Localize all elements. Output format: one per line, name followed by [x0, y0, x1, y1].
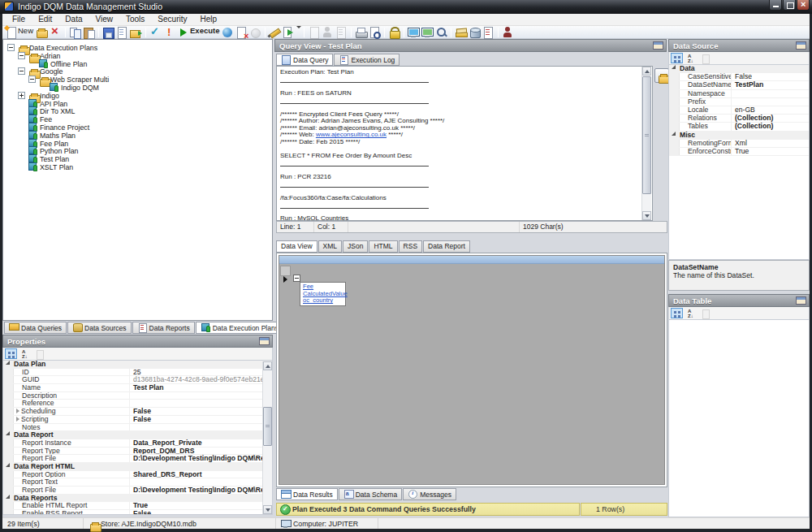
categorize-button[interactable] — [671, 308, 683, 318]
property-value[interactable]: Test Plan — [129, 384, 272, 391]
tree-item-data-execution-plans[interactable]: Data Execution Plans — [3, 43, 272, 51]
property-value[interactable] — [731, 98, 809, 106]
property-value[interactable] — [129, 400, 272, 407]
tree-item-xslt-plan[interactable]: XSLT Plan — [3, 162, 272, 171]
tree-item-fee[interactable]: Fee — [3, 115, 272, 123]
property-value[interactable]: D:\Development Testing\Indigo DQM\Report… — [129, 455, 272, 462]
toolbar-alert-button[interactable] — [162, 26, 176, 39]
query-editor[interactable]: Execution Plan: Test Plan Run : FEES on … — [276, 66, 653, 221]
web-link[interactable]: www.ajeconsulting.co.uk — [316, 131, 387, 138]
toolbar-new-page-button[interactable]: New — [4, 26, 35, 39]
expand-toggle-icon[interactable] — [18, 67, 25, 75]
toolbar-save-report-button[interactable] — [115, 26, 129, 39]
toolbar-database-button[interactable] — [468, 26, 482, 39]
tree-item-test-plan[interactable]: Test Plan — [3, 154, 272, 162]
menu-file[interactable]: File — [6, 14, 32, 24]
tree-item-dir-to-xml[interactable]: Dir To XML — [3, 106, 272, 115]
property-value[interactable]: d13681ba-4274-42c8-9aed-9f0e574eb21e — [129, 376, 272, 383]
tree-item-api-plan[interactable]: API Plan — [3, 99, 272, 107]
property-value[interactable]: Shared_DRS_Report — [129, 471, 272, 478]
property-row-relations[interactable]: Relations(Collection) — [669, 115, 809, 123]
toolbar-signature-pen-button[interactable] — [268, 26, 282, 39]
toolbar-validate-button[interactable] — [149, 26, 162, 39]
property-row-description[interactable]: Description — [3, 392, 272, 400]
tab-json[interactable]: JSon — [343, 240, 368, 253]
toolbar-export-folder-button[interactable] — [129, 26, 143, 39]
popout-icon[interactable] — [796, 41, 806, 50]
menu-tools[interactable]: Tools — [119, 14, 151, 24]
scroll-up-icon[interactable] — [642, 67, 651, 76]
scroll-down-icon[interactable] — [642, 211, 651, 220]
expand-arrow-icon[interactable] — [16, 417, 19, 422]
property-value[interactable]: False — [129, 510, 272, 515]
tab-html[interactable]: HTML — [369, 240, 397, 253]
tab-data-execution-plans[interactable]: Data Execution Plans — [196, 322, 283, 334]
tab-data-report[interactable]: Data Report — [423, 240, 470, 253]
property-row-enable-html-report[interactable]: Enable HTML ReportTrue — [3, 502, 272, 510]
tree-item-offline-plan[interactable]: Offline Plan — [3, 59, 272, 67]
sort-alphabetical-button[interactable] — [19, 348, 31, 359]
category-collapse-icon[interactable] — [6, 361, 10, 365]
toolbar-computer-web-button[interactable] — [407, 26, 421, 39]
menu-view[interactable]: View — [89, 14, 119, 24]
property-value[interactable]: Report_DQM_DRS — [129, 448, 272, 455]
tab-data-schema[interactable]: Data Schema — [339, 488, 403, 500]
property-value[interactable]: 25 — [129, 369, 272, 376]
property-row-report-text[interactable]: Report Text — [3, 478, 272, 487]
property-value[interactable]: (Collection) — [731, 123, 809, 130]
category-collapse-icon[interactable] — [672, 132, 676, 136]
property-row-scheduling[interactable]: SchedulingFalse — [3, 408, 272, 416]
property-value[interactable]: Xml — [731, 140, 809, 147]
sort-alphabetical-button[interactable] — [685, 308, 697, 318]
toolbar-search-button[interactable] — [434, 26, 448, 39]
scroll-down-icon[interactable] — [263, 505, 272, 514]
query-scrollbar[interactable] — [641, 67, 651, 220]
property-row-name[interactable]: NameTest Plan — [3, 384, 272, 392]
expand-toggle-icon[interactable] — [7, 44, 15, 51]
tab-rss[interactable]: RSS — [399, 240, 422, 253]
toolbar-user-admin-button[interactable] — [501, 26, 515, 39]
property-row-enforceconstraints[interactable]: EnforceConstraintsTrue — [669, 148, 809, 156]
toolbar-paste-button[interactable] — [82, 26, 96, 39]
property-value[interactable]: (Collection) — [731, 115, 809, 122]
tab-xml[interactable]: XML — [318, 240, 342, 253]
property-value[interactable] — [731, 90, 809, 97]
toolbar-copy-button[interactable] — [68, 26, 82, 39]
property-row-report-option[interactable]: Report OptionShared_DRS_Report — [3, 471, 272, 479]
property-row-id[interactable]: ID25 — [3, 369, 272, 377]
properties-scrollbar[interactable] — [262, 361, 272, 514]
tab-execution-log[interactable]: Execution Log — [334, 54, 400, 66]
toolbar-refresh-button[interactable] — [221, 26, 235, 39]
tree-item-indigo[interactable]: Indigo — [3, 91, 272, 99]
table-link-oc-country[interactable]: oc_country — [303, 296, 333, 304]
toolbar-open-folder-button[interactable] — [35, 26, 49, 39]
property-value[interactable]: TestPlan — [731, 81, 809, 89]
menu-data[interactable]: Data — [58, 14, 89, 24]
toolbar-execute-button[interactable]: Execute — [176, 26, 221, 39]
minimize-button[interactable] — [769, 0, 782, 11]
property-value[interactable] — [129, 424, 272, 431]
expand-arrow-icon[interactable] — [16, 409, 19, 413]
category-collapse-icon[interactable] — [672, 65, 676, 69]
toolbar-help-books-button[interactable] — [454, 26, 468, 39]
popout-icon[interactable] — [653, 41, 663, 50]
tree-item-python-plan[interactable]: Python Plan — [3, 146, 272, 154]
property-row-locale[interactable]: Localeen-GB — [669, 106, 809, 115]
tab-messages[interactable]: Messages — [403, 488, 456, 500]
tab-data-view[interactable]: Data View — [276, 240, 317, 253]
menu-help[interactable]: Help — [193, 14, 223, 24]
property-row-guid[interactable]: GUIDd13681ba-4274-42c8-9aed-9f0e574eb21e — [3, 376, 272, 384]
tree-item-adrian[interactable]: Adrian — [3, 51, 272, 59]
tree-item-fee-plan[interactable]: Fee Plan — [3, 139, 272, 147]
tree-item-google[interactable]: Google — [3, 67, 272, 75]
expand-toggle-icon[interactable] — [18, 52, 25, 59]
tab-data-query[interactable]: Data Query — [276, 54, 333, 66]
property-row-enable-rss-report[interactable]: Enable RSS ReportFalse — [3, 510, 272, 515]
toolbar-print-preview-button[interactable] — [368, 26, 382, 39]
toolbar-cancel-report-button[interactable] — [235, 26, 248, 39]
property-row-namespace[interactable]: Namespace — [669, 90, 809, 98]
menu-security[interactable]: Security — [151, 14, 193, 24]
popout-icon[interactable] — [259, 337, 270, 345]
toolbar-save-button[interactable] — [102, 26, 115, 39]
toolbar-report-page-button[interactable] — [482, 26, 495, 39]
